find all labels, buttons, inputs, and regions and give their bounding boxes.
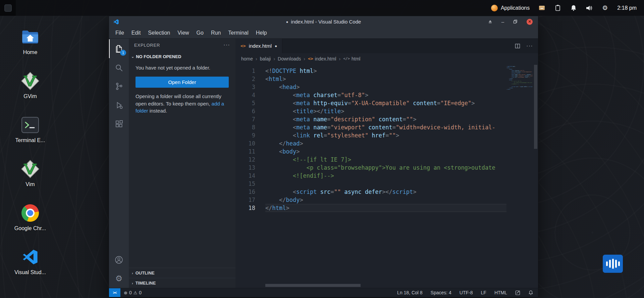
notifications-icon[interactable] [570,4,577,11]
status-encoding[interactable]: UTF-8 [460,290,473,295]
timeline-section[interactable]: › TIMELINE [129,278,235,288]
activity-explorer[interactable]: 1 [109,39,129,58]
problems-indicator[interactable]: ⊗ 0 ⚠ 0 [124,290,142,295]
volume-icon[interactable] [586,4,593,11]
split-editor-icon[interactable] [515,43,520,49]
horizontal-scrollbar-thumb[interactable] [265,284,361,287]
vertical-scrollbar[interactable] [533,64,538,288]
line-number-gutter: 123456789101112131415161718 [235,64,265,288]
system-menu-icon [4,4,12,12]
desktop-icon-label: Home [23,49,38,55]
applications-icon [491,5,498,11]
menu-run[interactable]: Run [207,30,224,36]
code-line: <meta charset="utf-8"> [265,91,506,99]
desktop-icon-vscode[interactable]: Visual Stud... [10,248,50,275]
activity-account[interactable] [109,250,129,269]
desktop-icon-vim[interactable]: Vim [10,160,50,187]
activity-settings[interactable]: ⚙ [109,269,129,288]
feedback-icon[interactable] [515,290,520,295]
desktop-icon-label: Google Chr... [14,225,46,231]
minimap[interactable]: <!DOCTYPE html><html> <head> <meta chars… [506,66,533,90]
line-number: 1 [235,67,255,75]
line-number: 18 [235,204,255,212]
line-number: 9 [235,131,255,139]
status-cursor-position[interactable]: Ln 18, Col 8 [397,290,423,295]
line-number: 2 [235,75,255,83]
bars-app-icon[interactable] [603,255,623,273]
desktop-icons: HomeGVimTerminal E...VimGoogle Chr...Vis… [10,28,50,275]
restore-button[interactable] [513,19,518,24]
menu-help[interactable]: Help [252,30,271,36]
chevron-down-icon: ⌄ [131,54,134,59]
code-editor[interactable]: <!DOCTYPE html><html> <head> <meta chars… [265,64,506,288]
breadcrumb-html[interactable]: </>html [343,56,360,61]
activity-source-control[interactable] [109,77,129,96]
terminal-icon [21,116,40,134]
tab-bar: <> index.html ● ··· [235,39,538,53]
menu-file[interactable]: File [112,30,128,36]
breadcrumb-balaji[interactable]: balaji [260,56,271,61]
menu-go[interactable]: Go [193,30,207,36]
notifications-bell-icon[interactable] [528,290,533,295]
system-menu-button[interactable] [0,0,16,16]
desktop-icon-home[interactable]: Home [10,28,50,55]
clipboard-icon[interactable] [554,4,561,11]
activity-extensions[interactable] [109,115,129,133]
status-eol[interactable]: LF [481,290,486,295]
desktop-icon-terminal[interactable]: Terminal E... [10,116,50,143]
applications-label: Applications [501,5,530,11]
line-number: 14 [235,172,255,180]
tab-index-html[interactable]: <> index.html ● [235,39,282,53]
vertical-scrollbar-thumb[interactable] [534,65,537,149]
desktop-icon-gvim[interactable]: GVim [10,72,50,99]
desktop-icon-label: Terminal E... [15,137,45,143]
close-button[interactable]: ✕ [527,19,533,25]
breadcrumb: home›balaji›Downloads›<>index.html›</>ht… [235,53,538,64]
warnings-icon: ⚠ [133,290,138,295]
code-line: <body> [265,147,506,156]
editor-actions-icon[interactable]: ··· [526,43,533,49]
shade-window-icon[interactable] [488,20,492,24]
desktop-icon-label: Vim [25,181,35,187]
line-number: 13 [235,164,255,172]
activity-search[interactable] [109,58,129,77]
html-file-icon: <> [308,56,313,61]
minimize-button[interactable]: – [501,19,504,25]
status-indentation[interactable]: Spaces: 4 [431,290,451,295]
outline-section[interactable]: › OUTLINE [129,268,235,278]
code-line: <html> [265,75,506,83]
breadcrumb-downloads[interactable]: Downloads [278,56,301,61]
breadcrumb-separator: › [273,56,275,61]
breadcrumb-index-html[interactable]: <>index.html [308,56,336,61]
section-no-folder-opened[interactable]: ⌄ NO FOLDER OPENED [129,51,235,61]
line-number: 6 [235,107,255,115]
updates-icon[interactable] [538,4,545,11]
clock[interactable]: 2:18 pm [617,5,637,11]
open-folder-button[interactable]: Open Folder [136,77,229,88]
symbol-tag-icon: </> [343,56,350,61]
explorer-badge: 1 [120,50,126,56]
menu-selection[interactable]: Selection [144,30,174,36]
code-line: <!DOCTYPE html> [265,67,506,75]
gvim-icon [21,72,40,90]
title-bar[interactable]: ● index.html - Visual Studio Code – ✕ [109,16,538,27]
status-language-mode[interactable]: HTML [494,290,507,295]
applications-menu[interactable]: Applications [491,5,530,11]
line-number: 12 [235,156,255,164]
menu-edit[interactable]: Edit [128,30,145,36]
line-number: 11 [235,147,255,156]
html-file-icon: <> [240,43,246,48]
breadcrumb-separator: › [304,56,305,61]
vscode-icon [21,248,40,266]
explorer-actions-icon[interactable]: ··· [223,42,230,48]
activity-run-debug[interactable] [109,96,129,115]
breadcrumb-home[interactable]: home [241,56,253,61]
menu-terminal[interactable]: Terminal [224,30,252,36]
settings-icon[interactable]: ⚙ [601,4,608,11]
remote-indicator[interactable]: >< [109,288,120,297]
modified-dot-icon[interactable]: ● [275,44,277,48]
desktop-icon-chrome[interactable]: Google Chr... [10,204,50,231]
editor-group: <> index.html ● ··· home›balaji›Download… [235,39,538,288]
menu-view[interactable]: View [174,30,193,36]
errors-count: 0 [129,290,132,295]
